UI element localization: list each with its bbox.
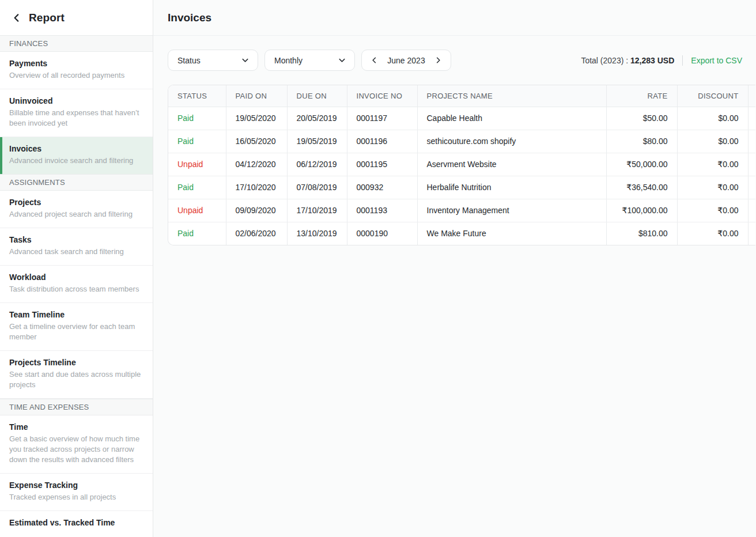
- sidebar-item-title: Estimated vs. Tracked Time: [9, 518, 143, 527]
- rate-cell: $50.00: [606, 107, 677, 130]
- sidebar-item-title: Projects Timeline: [9, 358, 143, 367]
- table-row[interactable]: Unpaid 04/12/2020 06/12/2019 0001195 Ase…: [168, 153, 755, 176]
- sidebar-item-description: Get a basic overview of how much time yo…: [9, 434, 143, 465]
- sidebar-item-description: See start and due dates across multiple …: [9, 369, 143, 390]
- status-cell: Unpaid: [168, 199, 226, 222]
- rate-cell: ₹36,540.00: [606, 176, 677, 199]
- status-cell: Paid: [168, 222, 226, 245]
- project-name-cell: sethicouture.com shopify: [417, 130, 606, 153]
- due-on-cell: 20/05/2019: [287, 107, 347, 130]
- sidebar-item-expense-tracking[interactable]: Expense Tracking Tracked expenses in all…: [0, 474, 153, 511]
- project-name-cell: Capable Health: [417, 107, 606, 130]
- sidebar-item-title: Workload: [9, 273, 143, 282]
- current-month-label: June 2023: [387, 56, 425, 65]
- sidebar-item-title: Team Timeline: [9, 310, 143, 319]
- sidebar-item-projects[interactable]: Projects Advanced project search and fil…: [0, 191, 153, 228]
- sidebar-item-description: Overview of all recorded payments: [9, 70, 143, 81]
- sidebar-item-team-timeline[interactable]: Team Timeline Get a timeline overview fo…: [0, 303, 153, 351]
- table-row[interactable]: Paid 16/05/2020 19/05/2019 0001196 sethi…: [168, 130, 755, 153]
- invoice-no-cell: 0001193: [347, 199, 417, 222]
- sidebar-title: Report: [29, 12, 65, 24]
- rate-cell: $80.00: [606, 130, 677, 153]
- back-button[interactable]: [12, 13, 22, 23]
- table-row[interactable]: Paid 02/06/2020 13/10/2019 0000190 We Ma…: [168, 222, 755, 245]
- due-on-cell: 17/10/2019: [287, 199, 347, 222]
- export-to-csv-link[interactable]: Export to CSV: [691, 56, 742, 65]
- column-header-invoice-no: INVOICE NO: [347, 85, 417, 107]
- section-label-finances: FINANCES: [0, 35, 153, 52]
- sidebar-item-uninvoiced[interactable]: Uninvoiced Billable time and expenses th…: [0, 89, 153, 137]
- table-row[interactable]: Paid 17/10/2020 07/08/2019 000932 Herbal…: [168, 176, 755, 199]
- chevron-left-icon: [12, 13, 22, 23]
- status-cell: Paid: [168, 176, 226, 199]
- invoice-no-cell: 000932: [347, 176, 417, 199]
- sidebar-item-title: Expense Tracking: [9, 481, 143, 490]
- status-filter-dropdown[interactable]: Status: [168, 50, 258, 71]
- total-label: Total (2023) : 12,283 USD: [581, 56, 674, 65]
- due-on-cell: 06/12/2019: [287, 153, 347, 176]
- invoice-no-cell: 0001197: [347, 107, 417, 130]
- discount-cell: ₹0.00: [677, 153, 748, 176]
- project-name-cell: Herbalife Nutrition: [417, 176, 606, 199]
- next-month-button[interactable]: [433, 55, 444, 66]
- rate-cell: ₹50,000.00: [606, 153, 677, 176]
- sidebar-item-title: Payments: [9, 59, 143, 68]
- status-filter-label: Status: [177, 56, 201, 65]
- clipped-cell: [748, 153, 755, 176]
- clipped-cell: [748, 199, 755, 222]
- invoice-no-cell: 0001196: [347, 130, 417, 153]
- status-cell: Paid: [168, 130, 226, 153]
- sidebar-item-projects-timeline[interactable]: Projects Timeline See start and due date…: [0, 351, 153, 399]
- discount-cell: ₹0.00: [677, 176, 748, 199]
- paid-on-cell: 09/09/2020: [226, 199, 287, 222]
- month-navigator: June 2023: [361, 50, 451, 71]
- previous-month-button[interactable]: [369, 55, 380, 66]
- page-title: Invoices: [168, 12, 211, 24]
- paid-on-cell: 02/06/2020: [226, 222, 287, 245]
- sidebar-item-title: Projects: [9, 198, 143, 207]
- paid-on-cell: 19/05/2020: [226, 107, 287, 130]
- invoices-table: STATUS PAID ON DUE ON INVOICE NO PROJECT…: [168, 85, 755, 245]
- column-header-projects-name: PROJECTS NAME: [417, 85, 606, 107]
- table-row[interactable]: Unpaid 09/09/2020 17/10/2019 0001193 Inv…: [168, 199, 755, 222]
- column-header-clipped: [748, 85, 755, 107]
- project-name-cell: Inventory Management: [417, 199, 606, 222]
- status-cell: Unpaid: [168, 153, 226, 176]
- chevron-right-icon: [434, 56, 443, 65]
- sidebar-item-estimated-vs-tracked[interactable]: Estimated vs. Tracked Time: [0, 511, 153, 537]
- sidebar-item-invoices[interactable]: Invoices Advanced invoice search and fil…: [0, 137, 153, 174]
- filter-row: Status Monthly June 2023: [153, 36, 756, 71]
- sidebar-item-time[interactable]: Time Get a basic overview of how much ti…: [0, 415, 153, 474]
- paid-on-cell: 04/12/2020: [226, 153, 287, 176]
- sidebar-item-title: Uninvoiced: [9, 96, 143, 105]
- project-name-cell: Aservment Website: [417, 153, 606, 176]
- sidebar-item-payments[interactable]: Payments Overview of all recorded paymen…: [0, 52, 153, 89]
- status-cell: Paid: [168, 107, 226, 130]
- discount-cell: $0.00: [677, 130, 748, 153]
- column-header-status: STATUS: [168, 85, 226, 107]
- sidebar-item-tasks[interactable]: Tasks Advanced task search and filtering: [0, 228, 153, 266]
- column-header-paid-on: PAID ON: [226, 85, 287, 107]
- period-filter-label: Monthly: [274, 56, 303, 65]
- chevron-down-icon: [338, 56, 346, 65]
- sidebar-item-description: Advanced task search and filtering: [9, 247, 143, 257]
- due-on-cell: 19/05/2019: [287, 130, 347, 153]
- table-row[interactable]: Paid 19/05/2020 20/05/2019 0001197 Capab…: [168, 107, 755, 130]
- period-filter-dropdown[interactable]: Monthly: [264, 50, 355, 71]
- clipped-cell: [748, 176, 755, 199]
- sidebar-item-description: Task distribution across team members: [9, 284, 143, 294]
- paid-on-cell: 16/05/2020: [226, 130, 287, 153]
- discount-cell: ₹0.00: [677, 222, 748, 245]
- due-on-cell: 07/08/2019: [287, 176, 347, 199]
- invoice-no-cell: 0001195: [347, 153, 417, 176]
- discount-cell: ₹0.00: [677, 199, 748, 222]
- invoice-no-cell: 0000190: [347, 222, 417, 245]
- main-header: Invoices: [153, 0, 756, 36]
- sidebar-item-title: Tasks: [9, 235, 143, 244]
- chevron-down-icon: [241, 56, 250, 65]
- clipped-cell: [748, 222, 755, 245]
- sidebar-item-workload[interactable]: Workload Task distribution across team m…: [0, 266, 153, 303]
- sidebar-item-description: Advanced project search and filtering: [9, 209, 143, 220]
- sidebar-item-description: Get a timeline overview for each team me…: [9, 322, 143, 342]
- rate-cell: ₹100,000.00: [606, 199, 677, 222]
